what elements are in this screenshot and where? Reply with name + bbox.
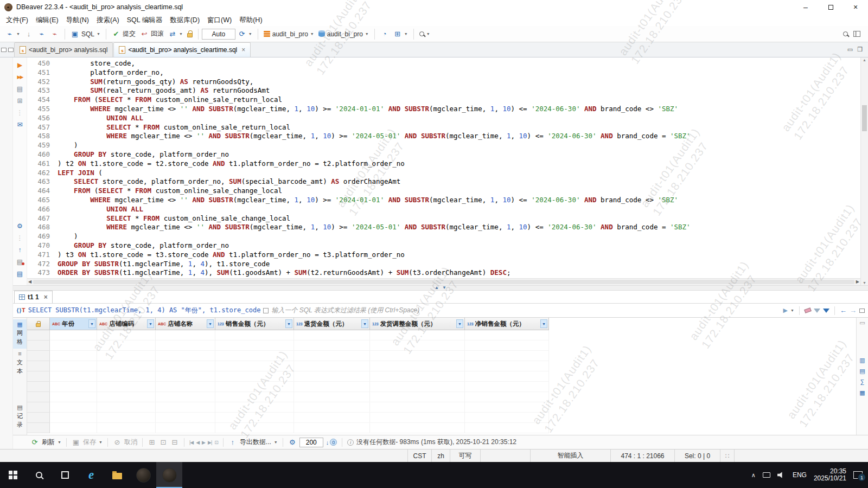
fetch-size-input[interactable] — [299, 438, 323, 447]
close-button[interactable]: × — [843, 0, 868, 14]
grid-cell[interactable] — [294, 351, 370, 361]
taskbar-clock[interactable]: 20:352025/10/21 — [814, 468, 846, 482]
grid-cell[interactable] — [465, 392, 549, 402]
grid-cell[interactable] — [97, 371, 156, 382]
menu-item-6[interactable]: 数据库(D) — [166, 15, 203, 26]
restore-view-icon[interactable] — [1, 48, 7, 52]
grid-cell[interactable] — [156, 392, 215, 402]
grid-cell[interactable] — [50, 341, 97, 351]
file-explorer-button[interactable] — [104, 462, 130, 488]
filter-expression[interactable]: SELECT SUBSTR(t1.mgclearTime, 1, 4) AS "… — [28, 306, 261, 315]
collapse-up-icon[interactable]: ▲ — [435, 286, 439, 290]
tray-expand-icon[interactable]: ∧ — [751, 472, 756, 479]
autocommit-combo[interactable]: Auto — [202, 29, 235, 40]
settings-gear-icon[interactable]: ⚙ — [15, 222, 25, 230]
grid-cell[interactable] — [97, 423, 156, 433]
table-row[interactable] — [27, 382, 856, 392]
grid-cell[interactable] — [465, 402, 549, 413]
script-grid-icon[interactable]: ⊞ — [15, 97, 25, 105]
grid-cell[interactable] — [156, 382, 215, 392]
action-center-icon[interactable] — [853, 471, 863, 479]
grid-cell[interactable] — [370, 382, 465, 392]
expand-filter-icon[interactable] — [263, 308, 269, 313]
start-button[interactable] — [0, 462, 26, 488]
grid-cell[interactable] — [97, 361, 156, 371]
grid-cell[interactable] — [215, 330, 294, 341]
collapse-down-icon[interactable]: ▼ — [442, 286, 446, 290]
column-header-销售金额（元）[interactable]: 123销售金额（元）▼ — [215, 318, 294, 330]
grid-cell[interactable] — [465, 330, 549, 341]
grid-cell[interactable] — [465, 371, 549, 382]
grid-cell[interactable] — [215, 392, 294, 402]
menu-item-7[interactable]: 窗口(W) — [203, 15, 235, 26]
transaction-log-button[interactable]: ⟳▼ — [235, 29, 254, 40]
minimize-button[interactable]: – — [793, 0, 818, 14]
editor-tab[interactable]: s<audit_bi_pro> analysis_cleartime.sql× — [113, 42, 251, 57]
mail-export-icon[interactable]: ✉ — [15, 120, 25, 129]
grid-cell[interactable] — [50, 330, 97, 341]
grid-cell[interactable] — [50, 371, 97, 382]
script-error-icon[interactable]: ▤ — [15, 258, 25, 266]
grid-cell[interactable] — [370, 351, 465, 361]
history-back-icon[interactable]: ← — [840, 306, 847, 314]
chevron-down-icon[interactable]: ▼ — [58, 440, 61, 444]
column-header-退货金额（元）[interactable]: 123退货金额（元）▼ — [294, 318, 370, 330]
column-filter-button[interactable]: ▼ — [456, 319, 463, 328]
menu-item-1[interactable]: 文件(F) — [2, 15, 32, 26]
menu-item-2[interactable]: 编辑(E) — [32, 15, 62, 26]
maximize-view-icon[interactable]: ❒ — [857, 46, 863, 53]
speaker-icon[interactable] — [777, 472, 786, 478]
column-header-年份[interactable]: ABC年份▼ — [50, 318, 97, 330]
last-row-icon[interactable]: ▶| — [208, 440, 212, 445]
vscroll-thumb[interactable] — [862, 105, 867, 131]
column-filter-button[interactable]: ▼ — [207, 319, 214, 328]
save-icon[interactable]: ▣ — [72, 438, 80, 447]
grid-cell[interactable] — [97, 402, 156, 413]
vertical-scrollbar[interactable]: ▲ ▼ — [860, 57, 868, 285]
grid-cell[interactable] — [294, 330, 370, 341]
table-row[interactable] — [27, 392, 856, 402]
maximize-button[interactable] — [818, 0, 843, 14]
transaction-mode-button[interactable]: ⇄▼ — [166, 29, 185, 40]
grid-cell[interactable] — [156, 371, 215, 382]
duplicate-row-icon[interactable]: ⊡ — [159, 438, 168, 447]
chevron-down-icon[interactable]: ▼ — [274, 440, 278, 444]
grid-cell[interactable] — [465, 382, 549, 392]
save-filter-icon[interactable] — [823, 309, 829, 313]
refresh-label[interactable]: 刷新 — [42, 438, 55, 447]
column-header-店铺编码[interactable]: ABC店铺编码▼ — [97, 318, 156, 330]
grid-cell[interactable] — [465, 413, 549, 423]
goto-row-icon[interactable]: ⊡ — [214, 440, 218, 445]
remove-filter-icon[interactable] — [814, 309, 820, 313]
grid-cell[interactable] — [465, 341, 549, 351]
close-tab-icon[interactable]: × — [241, 46, 245, 54]
perspective-icon[interactable] — [853, 31, 860, 37]
grid-cell[interactable] — [215, 341, 294, 351]
export-up-icon[interactable]: ↑ — [15, 246, 25, 254]
editor-tab[interactable]: s<audit_bi_pro> analysis.sql — [14, 42, 113, 57]
result-view-tab-网格[interactable]: ▦网格 — [13, 319, 27, 349]
disconnect-button[interactable]: ⌁ — [48, 29, 61, 40]
grid-cell[interactable] — [50, 392, 97, 402]
menu-item-3[interactable]: 导航(N) — [62, 15, 93, 26]
grid-cell[interactable] — [97, 382, 156, 392]
result-view-tab-文本[interactable]: ≡文本 — [13, 349, 27, 378]
apply-filter-icon[interactable]: ▶ — [783, 307, 788, 314]
grid-cell[interactable] — [465, 361, 549, 371]
grid-cell[interactable] — [50, 382, 97, 392]
grid-cell[interactable] — [370, 402, 465, 413]
scroll-right-icon[interactable]: ▶ — [856, 280, 859, 284]
table-row[interactable] — [27, 413, 856, 423]
execute-statement-icon[interactable]: ▶ — [15, 61, 25, 69]
export-data-label[interactable]: 导出数据... — [240, 438, 271, 447]
network-icon[interactable] — [763, 472, 770, 478]
internet-explorer-button[interactable]: e — [78, 462, 104, 488]
connection-arrow-button[interactable]: ↓ — [22, 29, 35, 40]
timezone-button[interactable]: ◔ — [378, 29, 391, 40]
chevron-down-icon[interactable]: ▼ — [790, 309, 794, 312]
table-row[interactable] — [27, 371, 856, 382]
grid-cell[interactable] — [465, 351, 549, 361]
task-view-button[interactable] — [52, 462, 78, 488]
column-filter-button[interactable]: ▼ — [88, 319, 95, 328]
filter-placeholder[interactable]: 输入一个 SQL 表达式来过滤结果 (使用 Ctrl+Space) — [271, 306, 780, 315]
